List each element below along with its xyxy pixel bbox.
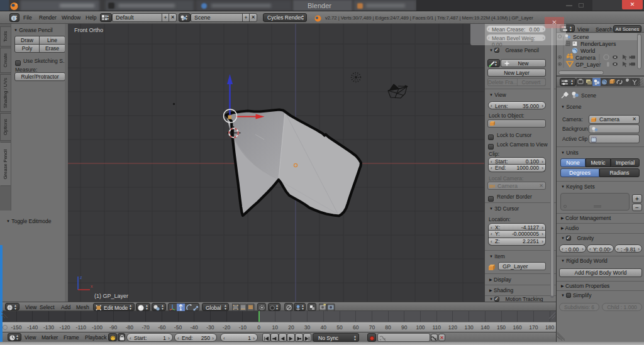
- svg-text:Camera: Camera: [575, 55, 596, 61]
- svg-text:z: z: [80, 275, 82, 280]
- svg-text:World: World: [580, 48, 595, 54]
- svg-text:RenderLayers: RenderLayers: [580, 41, 616, 47]
- svg-text:Front Ortho: Front Ortho: [74, 27, 103, 33]
- svg-text:(1) GP_Layer: (1) GP_Layer: [94, 293, 128, 299]
- svg-text:GP_Layer: GP_Layer: [575, 62, 601, 68]
- svg-text:x: x: [91, 284, 93, 288]
- svg-text:Scene: Scene: [573, 34, 589, 40]
